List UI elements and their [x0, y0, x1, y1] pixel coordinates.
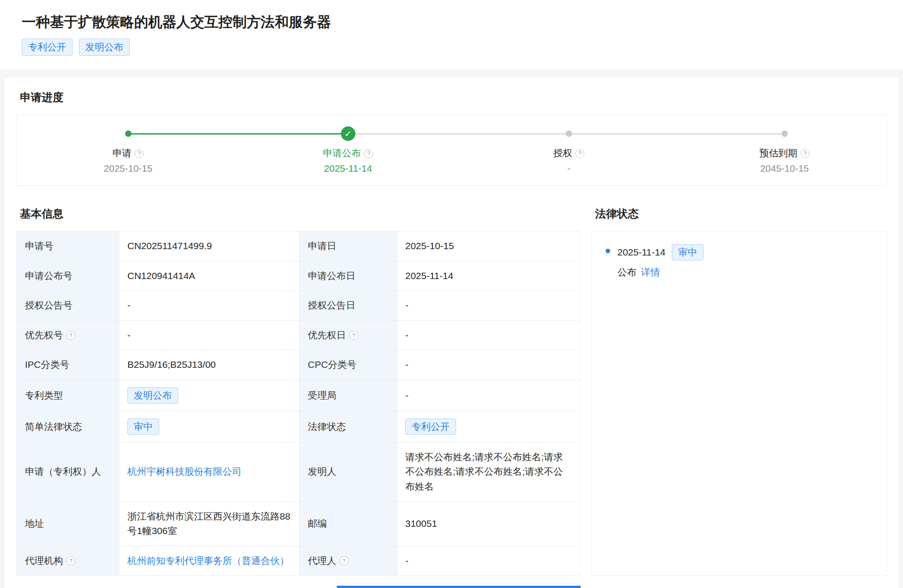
step-label-text: 授权 — [553, 148, 572, 158]
help-icon[interactable]: ? — [340, 556, 349, 565]
header-tags: 专利公开 发明公布 — [22, 39, 881, 56]
basic-info-section: 基本信息 申请号 CN202511471499.9 申请日 2025-10-15… — [16, 207, 580, 576]
field-label: 授权公告日 — [300, 291, 397, 321]
field-label: 专利类型 — [17, 380, 119, 411]
field-value-grant-number: - — [119, 291, 300, 321]
patent-open-badge: 专利公开 — [22, 39, 73, 56]
field-label: 代理人? — [300, 546, 397, 576]
field-label-text: 优先权日 — [308, 330, 346, 340]
field-value-agent: - — [397, 546, 580, 576]
step-expiry: 预估到期? 2045-10-15 — [726, 147, 844, 174]
applicant-link[interactable]: 杭州宇树科技股份有限公司 — [127, 466, 242, 477]
field-value-address: 浙江省杭州市滨江区西兴街道东流路88号1幢306室 — [119, 501, 300, 546]
field-value-application-date: 2025-10-15 — [397, 231, 580, 261]
step-node-granted — [566, 130, 572, 137]
field-label: CPC分类号 — [300, 350, 397, 380]
step-date: 2025-11-14 — [289, 163, 407, 174]
legal-entry-date: 2025-11-14 — [617, 247, 665, 258]
simple-legal-status-tag[interactable]: 审中 — [127, 419, 159, 435]
field-value-publication-number: CN120941414A — [119, 261, 300, 291]
basic-info-section-title: 基本信息 — [20, 207, 580, 221]
timeline-segment-pending — [348, 133, 569, 135]
step-node-expiry — [782, 130, 788, 137]
step-filed: 申请? 2025-10-15 — [69, 147, 187, 174]
patent-type-tag[interactable]: 发明公布 — [127, 387, 178, 404]
check-circle-icon: ✓ — [341, 126, 355, 141]
field-value-priority-number: - — [119, 320, 300, 350]
done-dot-icon — [125, 130, 131, 137]
help-icon[interactable]: ? — [364, 149, 373, 158]
progress-timeline: ✓ 申请? 2025-10-15 申请公布? 2025-11-14 授权? - — [16, 115, 887, 186]
field-value-application-number: CN202511471499.9 — [119, 231, 300, 261]
content-row: 基本信息 申请号 CN202511471499.9 申请日 2025-10-15… — [16, 207, 887, 576]
field-label: 受理局 — [300, 380, 397, 411]
field-value-accepting-office: - — [397, 380, 580, 411]
field-value-grant-date: - — [397, 291, 580, 321]
table-row: 优先权号? - 优先权日? - — [17, 320, 580, 350]
field-label: 申请（专利权）人 — [17, 442, 119, 501]
field-label: 申请公布号 — [17, 261, 119, 291]
step-label: 申请? — [69, 147, 187, 159]
table-row: 申请公布号 CN120941414A 申请公布日 2025-11-14 — [17, 261, 580, 291]
field-label-text: 优先权号 — [25, 330, 63, 340]
field-value-publication-date: 2025-11-14 — [397, 261, 580, 291]
timeline-segment-pending — [569, 133, 785, 135]
step-label: 申请公布? — [289, 147, 407, 159]
agency-link[interactable]: 杭州前知专利代理事务所（普通合伙） — [127, 555, 289, 566]
help-icon[interactable]: ? — [801, 149, 810, 158]
field-value-inventors: 请求不公布姓名;请求不公布姓名;请求不公布姓名;请求不公布姓名;请求不公布姓名 — [397, 442, 580, 501]
step-published: 申请公布? 2025-11-14 — [289, 147, 407, 174]
field-label: 法律状态 — [300, 411, 397, 442]
progress-section-title: 申请进度 — [20, 90, 887, 105]
help-icon[interactable]: ? — [575, 149, 584, 158]
legal-entry-detail-link[interactable]: 详情 — [641, 266, 660, 279]
step-label-text: 申请公布 — [323, 148, 361, 158]
step-label-text: 申请 — [112, 148, 131, 158]
field-label: 代理机构? — [17, 546, 119, 576]
field-label: 优先权日? — [300, 320, 397, 350]
legal-status-panel: 2025-11-14 审中 公布 详情 — [592, 231, 887, 576]
step-label: 预估到期? — [726, 147, 844, 159]
step-date: 2045-10-15 — [726, 163, 844, 174]
field-value-priority-date: - — [397, 320, 580, 350]
patent-title: 一种基于扩散策略的机器人交互控制方法和服务器 — [22, 14, 881, 30]
bullet-dot-icon — [606, 249, 610, 253]
help-icon[interactable]: ? — [66, 331, 75, 340]
legal-status-section: 法律状态 2025-11-14 审中 公布 详情 — [592, 207, 887, 576]
step-node-filed — [125, 130, 131, 137]
legal-entry-status-tag[interactable]: 审中 — [672, 244, 704, 260]
field-value-applicant: 杭州宇树科技股份有限公司 — [119, 442, 300, 501]
table-row: 申请号 CN202511471499.9 申请日 2025-10-15 — [17, 231, 580, 261]
step-label-text: 预估到期 — [759, 148, 797, 158]
field-value-simple-legal-status: 审中 — [119, 411, 300, 442]
timeline-segment-done — [128, 133, 348, 135]
table-row: 代理机构? 杭州前知专利代理事务所（普通合伙） 代理人? - — [17, 546, 580, 576]
table-row: 地址 浙江省杭州市滨江区西兴街道东流路88号1幢306室 邮编 310051 — [17, 501, 580, 546]
field-label: 授权公告号 — [17, 291, 119, 321]
help-icon[interactable]: ? — [66, 556, 75, 565]
table-row: 授权公告号 - 授权公告日 - — [17, 291, 580, 321]
table-row: 专利类型 发明公布 受理局 - — [17, 380, 580, 411]
field-label-text: 代理机构 — [25, 555, 63, 566]
field-label: 邮编 — [300, 501, 397, 546]
field-label: 发明人 — [300, 442, 397, 501]
legal-status-tag[interactable]: 专利公开 — [405, 419, 456, 435]
field-label: 申请日 — [300, 231, 397, 261]
pending-dot-icon — [566, 130, 572, 137]
page-header: 一种基于扩散策略的机器人交互控制方法和服务器 专利公开 发明公布 — [0, 0, 903, 69]
field-label: 申请号 — [17, 231, 119, 261]
field-value-legal-status: 专利公开 — [397, 411, 580, 442]
field-value-agency: 杭州前知专利代理事务所（普通合伙） — [119, 546, 300, 576]
field-label: IPC分类号 — [17, 350, 119, 380]
step-date: - — [510, 163, 628, 174]
help-icon[interactable]: ? — [349, 331, 358, 340]
field-value-patent-type: 发明公布 — [119, 380, 300, 411]
step-granted: 授权? - — [510, 147, 628, 174]
main-card: 申请进度 ✓ 申请? 2025-10-15 申请公布? 2025-11-14 — [5, 77, 898, 588]
table-row: IPC分类号 B25J9/16;B25J13/00 CPC分类号 - — [17, 350, 580, 380]
field-label: 申请公布日 — [300, 261, 397, 291]
help-icon[interactable]: ? — [135, 149, 144, 158]
invention-publication-badge: 发明公布 — [79, 39, 130, 56]
field-label-text: 代理人 — [308, 555, 336, 566]
step-node-published: ✓ — [341, 126, 355, 141]
